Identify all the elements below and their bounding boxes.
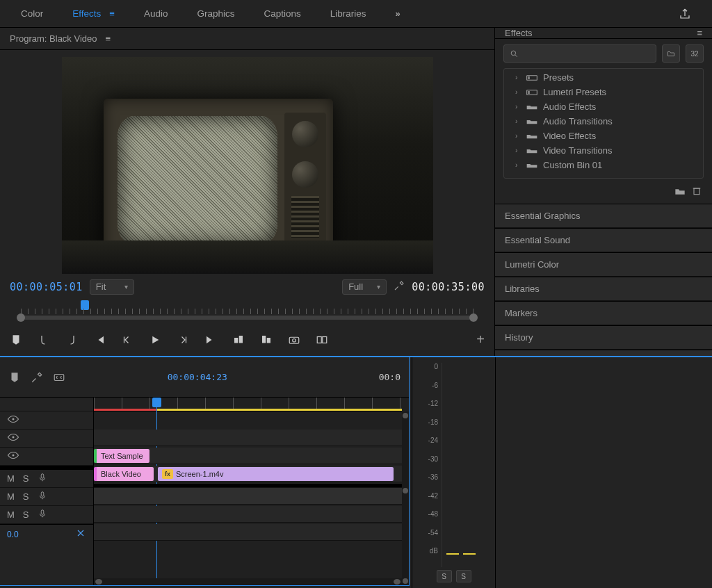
accordion-markers[interactable]: Markers xyxy=(495,301,712,325)
effects-panel-title: Effects xyxy=(505,28,533,38)
workspace-tab-effects[interactable]: Effects xyxy=(72,8,101,19)
new-custom-bin-button[interactable] xyxy=(662,44,680,63)
add-marker-icon[interactable] xyxy=(10,334,22,346)
zoom-dropdown[interactable]: Fit▾ xyxy=(90,279,134,295)
mute-button[interactable]: M xyxy=(7,491,15,502)
effects-search-input[interactable] xyxy=(523,48,650,59)
effects-folder-audio-effects[interactable]: › Audio Effects xyxy=(512,99,695,114)
program-scrubber[interactable] xyxy=(0,300,494,327)
mute-button[interactable]: M xyxy=(7,509,15,520)
solo-button[interactable]: S xyxy=(23,491,29,502)
effects-folder-video-transitions[interactable]: › Video Transitions xyxy=(512,143,695,158)
audio-track-header-a2[interactable]: M S xyxy=(0,488,93,506)
solo-button[interactable]: S xyxy=(23,473,29,484)
effects-search-field[interactable] xyxy=(503,44,656,63)
timeline-vertical-scrollbar[interactable] xyxy=(402,411,409,585)
button-editor-plus-icon[interactable]: + xyxy=(476,332,485,348)
play-icon[interactable] xyxy=(149,334,161,346)
new-bin-icon[interactable] xyxy=(674,187,686,197)
mark-out-icon[interactable] xyxy=(65,334,78,346)
timeline-tracks-area[interactable]: Text Sample Black Video fx Screen-1.m4v xyxy=(94,398,409,585)
effects-folder-label: Presets xyxy=(543,72,574,83)
audio-track-header-a1[interactable]: M S xyxy=(0,470,93,488)
mark-in-icon[interactable] xyxy=(38,334,50,346)
current-timecode[interactable]: 00:00:05:01 xyxy=(10,281,83,293)
effects-folder-custom-bin[interactable]: › Custom Bin 01 xyxy=(512,158,695,172)
extract-icon[interactable] xyxy=(260,334,273,346)
search-icon xyxy=(510,49,519,58)
export-frame-icon[interactable] xyxy=(288,334,300,346)
program-viewer[interactable] xyxy=(0,50,494,274)
closed-captions-icon[interactable] xyxy=(53,371,65,384)
clip-screen-1[interactable]: fx Screen-1.m4v xyxy=(158,467,394,481)
audio-meter[interactable]: 0 -6 -12 -18 -24 -30 -36 -42 -48 -54 dB xyxy=(442,363,491,567)
clip-text-sample[interactable]: Text Sample xyxy=(94,449,149,463)
program-panel-menu-icon[interactable]: ≡ xyxy=(106,33,111,44)
workspace-overflow-icon[interactable]: » xyxy=(396,8,400,19)
delete-icon[interactable] xyxy=(691,187,702,197)
accordion-essential-graphics[interactable]: Essential Graphics xyxy=(495,204,712,228)
svg-rect-0 xyxy=(234,338,238,343)
svg-rect-14 xyxy=(54,374,64,380)
audio-track-header-a3[interactable]: M S xyxy=(0,506,93,524)
video-track-v3[interactable] xyxy=(94,430,402,446)
filter-button[interactable]: 32 xyxy=(686,44,704,63)
video-track-header-v3[interactable] xyxy=(0,411,93,430)
workspace-tab-color[interactable]: Color xyxy=(21,8,43,19)
video-track-header-v1[interactable] xyxy=(0,448,93,466)
voice-over-icon[interactable] xyxy=(38,473,47,484)
comparison-view-icon[interactable] xyxy=(316,334,328,346)
lift-icon[interactable] xyxy=(232,334,245,346)
side-panel-lower-empty xyxy=(495,357,712,588)
timeline-playhead-timecode[interactable]: 00:00:04:23 xyxy=(168,372,227,382)
voice-over-icon[interactable] xyxy=(38,509,47,521)
workspace-tab-audio[interactable]: Audio xyxy=(144,8,168,19)
accordion-essential-sound[interactable]: Essential Sound xyxy=(495,228,712,252)
effects-panel-menu-icon[interactable]: ≡ xyxy=(697,28,702,38)
snap-icon[interactable] xyxy=(75,529,86,539)
video-track-header-v2[interactable] xyxy=(0,430,93,448)
accordion-libraries[interactable]: Libraries xyxy=(495,277,712,301)
effects-folder-label: Lumetri Presets xyxy=(543,87,606,97)
workspace-menu-icon[interactable]: ≡ xyxy=(109,8,115,19)
timeline-wrench-icon[interactable] xyxy=(31,371,43,384)
export-icon[interactable] xyxy=(679,8,691,20)
solo-button[interactable]: S xyxy=(23,509,29,520)
go-to-out-icon[interactable] xyxy=(204,334,217,346)
clip-black-video[interactable]: Black Video xyxy=(94,467,154,481)
resolution-dropdown[interactable]: Full▾ xyxy=(342,279,387,295)
meter-solo-right-button[interactable]: S xyxy=(456,570,471,582)
accordion-history[interactable]: History xyxy=(495,325,712,350)
workspace-tab-captions[interactable]: Captions xyxy=(264,8,300,19)
toggle-track-output-icon[interactable] xyxy=(7,415,19,425)
audio-track-a1[interactable] xyxy=(94,488,402,505)
accordion-lumetri-color[interactable]: Lumetri Color xyxy=(495,252,712,277)
timeline-zoom-value[interactable]: 0.0 xyxy=(7,530,19,539)
toggle-track-output-icon[interactable] xyxy=(7,451,19,462)
go-to-in-icon[interactable] xyxy=(93,334,106,346)
timeline-marker-icon[interactable] xyxy=(8,371,21,384)
audio-track-a2[interactable] xyxy=(94,506,402,523)
scrubber-zoom-handle-left[interactable] xyxy=(17,313,25,322)
svg-rect-2 xyxy=(262,336,266,343)
effects-folder-video-effects[interactable]: › Video Effects xyxy=(512,129,695,143)
scrubber-zoom-handle-right[interactable] xyxy=(469,313,478,322)
effects-folder-audio-transitions[interactable]: › Audio Transitions xyxy=(512,114,695,129)
effects-folder-lumetri-presets[interactable]: › Lumetri Presets xyxy=(512,85,695,99)
workspace-tab-libraries[interactable]: Libraries xyxy=(330,8,366,19)
timeline-horizontal-scrollbar[interactable] xyxy=(94,578,402,585)
settings-wrench-icon[interactable] xyxy=(394,280,405,293)
meter-solo-left-button[interactable]: S xyxy=(437,570,452,582)
clip-label: Text Sample xyxy=(101,452,143,460)
mute-button[interactable]: M xyxy=(7,473,15,484)
step-back-icon[interactable] xyxy=(121,334,134,346)
audio-track-a3[interactable] xyxy=(94,524,402,541)
workspace-tab-graphics[interactable]: Graphics xyxy=(197,8,234,19)
svg-point-5 xyxy=(293,338,296,342)
step-forward-icon[interactable] xyxy=(177,334,189,346)
toggle-track-output-icon[interactable] xyxy=(7,433,19,443)
voice-over-icon[interactable] xyxy=(38,491,47,503)
effects-folder-presets[interactable]: › Presets xyxy=(512,70,695,85)
video-track-v2[interactable]: Text Sample xyxy=(94,448,402,464)
video-track-v1[interactable]: Black Video fx Screen-1.m4v xyxy=(94,466,402,482)
